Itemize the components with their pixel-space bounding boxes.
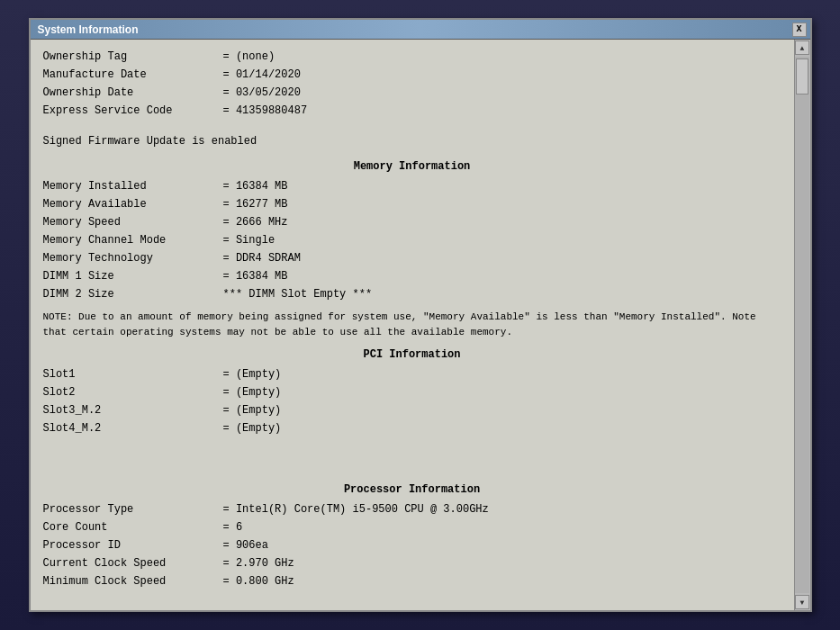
minimum-clock-value: = 0.800 GHz — [223, 573, 294, 590]
memory-technology-value: = DDR4 SDRAM — [223, 250, 301, 266]
dimm2-row: DIMM 2 Size *** DIMM Slot Empty *** — [43, 286, 781, 302]
scroll-down-arrow[interactable]: ▼ — [795, 595, 809, 609]
processor-id-row: Processor ID = 906ea — [43, 537, 781, 554]
express-service-code-row: Express Service Code = 41359880487 — [43, 103, 781, 119]
express-service-code-label: Express Service Code — [43, 103, 223, 119]
pci-slot1-value: = (Empty) — [223, 366, 282, 382]
vertical-scrollbar[interactable]: ▲ ▼ — [794, 40, 810, 610]
manufacture-date-label: Manufacture Date — [43, 67, 223, 83]
manufacture-date-value: = 01/14/2020 — [223, 67, 301, 83]
dimm2-value: *** DIMM Slot Empty *** — [223, 286, 373, 302]
close-button[interactable]: X — [792, 22, 807, 37]
ownership-tag-value: = (none) — [223, 49, 275, 65]
ownership-tag-row: Ownership Tag = (none) — [43, 49, 781, 65]
memory-installed-label: Memory Installed — [43, 178, 223, 194]
dimm1-label: DIMM 1 Size — [43, 268, 223, 284]
desktop: System Information X Ownership Tag = (no… — [0, 0, 840, 630]
memory-section-title: Memory Information — [43, 160, 781, 173]
dimm2-label: DIMM 2 Size — [43, 286, 223, 302]
window-title: System Information — [34, 23, 139, 36]
current-clock-row: Current Clock Speed = 2.970 GHz — [43, 555, 781, 572]
processor-type-value: = Intel(R) Core(TM) i5-9500 CPU @ 3.00GH… — [223, 501, 489, 518]
pci-slot3-label: Slot3_M.2 — [43, 402, 223, 418]
current-clock-value: = 2.970 GHz — [223, 555, 294, 572]
memory-installed-value: = 16384 MB — [223, 178, 288, 194]
current-clock-label: Current Clock Speed — [43, 555, 223, 572]
memory-available-label: Memory Available — [43, 196, 223, 212]
memory-speed-label: Memory Speed — [43, 214, 223, 230]
memory-note: NOTE: Due to an amount of memory being a… — [43, 310, 781, 339]
core-count-label: Core Count — [43, 519, 223, 536]
manufacture-date-row: Manufacture Date = 01/14/2020 — [43, 67, 781, 83]
title-bar: System Information X — [31, 20, 810, 40]
dimm1-row: DIMM 1 Size = 16384 MB — [43, 268, 781, 284]
pci-slot4-value: = (Empty) — [223, 420, 282, 436]
processor-type-label: Processor Type — [43, 501, 223, 518]
scroll-track[interactable] — [795, 57, 809, 593]
memory-channel-mode-value: = Single — [223, 232, 275, 248]
scroll-thumb[interactable] — [796, 58, 808, 94]
system-information-window: System Information X Ownership Tag = (no… — [29, 18, 812, 612]
memory-available-value: = 16277 MB — [223, 196, 288, 212]
pci-section: Slot1 = (Empty) Slot2 = (Empty) Slot3_M.… — [43, 366, 781, 436]
memory-available-row: Memory Available = 16277 MB — [43, 196, 781, 212]
pci-slot3-row: Slot3_M.2 = (Empty) — [43, 402, 781, 418]
ownership-date-row: Ownership Date = 03/05/2020 — [43, 85, 781, 101]
ownership-date-value: = 03/05/2020 — [223, 85, 301, 101]
express-service-code-value: = 41359880487 — [223, 103, 308, 119]
scroll-up-arrow[interactable]: ▲ — [795, 40, 809, 55]
memory-channel-mode-row: Memory Channel Mode = Single — [43, 232, 781, 248]
processor-section-title: Processor Information — [43, 483, 781, 496]
pci-slot4-row: Slot4_M.2 = (Empty) — [43, 420, 781, 436]
memory-speed-row: Memory Speed = 2666 MHz — [43, 214, 781, 230]
window-body: Ownership Tag = (none) Manufacture Date … — [31, 40, 810, 610]
pci-slot1-row: Slot1 = (Empty) — [43, 366, 781, 382]
processor-id-label: Processor ID — [43, 537, 223, 554]
ownership-section: Ownership Tag = (none) Manufacture Date … — [43, 49, 781, 119]
firmware-text: Signed Firmware Update is enabled — [43, 135, 781, 148]
minimum-clock-label: Minimum Clock Speed — [43, 573, 223, 590]
memory-technology-label: Memory Technology — [43, 250, 223, 266]
pci-section-title: PCI Information — [43, 348, 781, 361]
core-count-value: = 6 — [223, 519, 243, 536]
processor-type-row: Processor Type = Intel(R) Core(TM) i5-95… — [43, 501, 781, 518]
memory-speed-value: = 2666 MHz — [223, 214, 288, 230]
processor-section: Processor Type = Intel(R) Core(TM) i5-95… — [43, 501, 781, 590]
ownership-tag-label: Ownership Tag — [43, 49, 223, 65]
pci-slot4-label: Slot4_M.2 — [43, 420, 223, 436]
ownership-date-label: Ownership Date — [43, 85, 223, 101]
dimm1-value: = 16384 MB — [223, 268, 288, 284]
pci-slot3-value: = (Empty) — [223, 402, 282, 418]
core-count-row: Core Count = 6 — [43, 519, 781, 536]
memory-installed-row: Memory Installed = 16384 MB — [43, 178, 781, 194]
pci-slot2-label: Slot2 — [43, 384, 223, 400]
memory-channel-mode-label: Memory Channel Mode — [43, 232, 223, 248]
pci-slot1-label: Slot1 — [43, 366, 223, 382]
memory-section: Memory Installed = 16384 MB Memory Avail… — [43, 178, 781, 302]
processor-id-value: = 906ea — [223, 537, 268, 554]
minimum-clock-row: Minimum Clock Speed = 0.800 GHz — [43, 573, 781, 590]
content-area: Ownership Tag = (none) Manufacture Date … — [31, 40, 794, 610]
memory-technology-row: Memory Technology = DDR4 SDRAM — [43, 250, 781, 266]
pci-slot2-row: Slot2 = (Empty) — [43, 384, 781, 400]
pci-slot2-value: = (Empty) — [223, 384, 282, 400]
